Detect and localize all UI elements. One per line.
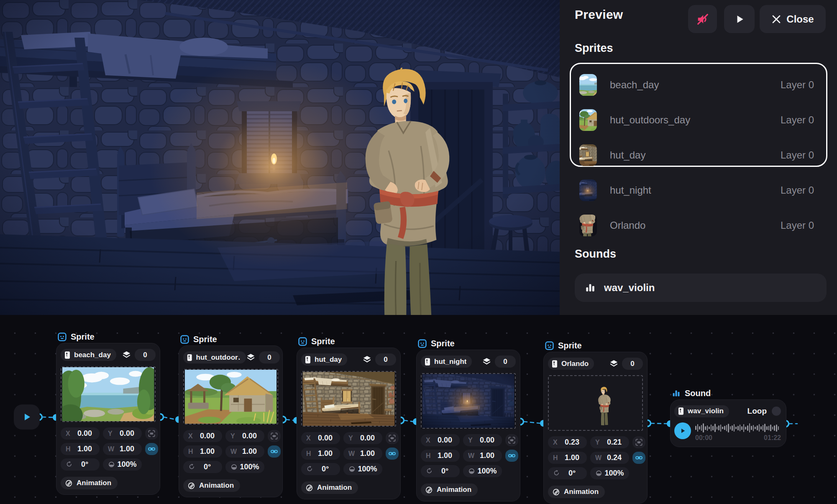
node-card[interactable]: beach_day 0 X0.00 Y0.00 [56, 343, 160, 495]
sound-list-item-wav-violin[interactable]: wav_violin [575, 274, 827, 302]
opacity-field[interactable]: 100% [463, 465, 502, 477]
sprite-list-item-hut-night[interactable]: hut_night Layer 0 [572, 176, 825, 205]
x-label: X [66, 430, 73, 437]
opacity-field[interactable]: 100% [103, 458, 142, 471]
sound-file-chip[interactable]: wav_violin [674, 405, 729, 417]
sprite-list-item-hut-day[interactable]: hut_day Layer 0 [572, 141, 825, 170]
animation-button[interactable]: Animation [183, 479, 240, 492]
x-field[interactable]: X0.00 [61, 427, 100, 440]
y-value: 0.21 [603, 438, 626, 447]
fit-frame-button[interactable] [145, 427, 158, 440]
h-field[interactable]: H1.00 [548, 452, 587, 464]
fit-frame-button[interactable] [632, 436, 645, 448]
fit-frame-button[interactable] [268, 430, 281, 442]
preview-play-button[interactable] [724, 5, 755, 33]
fit-frame-button[interactable] [505, 434, 518, 446]
sprite-node-hut-outdoors[interactable]: Sprite hut_outdoor… 0 X0.00 Y0.00 [179, 334, 283, 497]
sprite-file-chip[interactable]: hut_day [301, 353, 347, 366]
loop-toggle[interactable] [772, 407, 781, 416]
opacity-field[interactable]: 100% [343, 463, 382, 475]
y-field[interactable]: Y0.00 [463, 434, 502, 446]
animation-button[interactable]: Animation [61, 477, 118, 489]
animation-button[interactable]: Animation [548, 486, 605, 498]
x-field[interactable]: X0.00 [421, 434, 460, 446]
sprite-name: hut_outdoors_day [610, 114, 690, 126]
x-field[interactable]: X0.00 [301, 432, 340, 444]
link-hw-button[interactable] [268, 445, 281, 458]
y-label: Y [595, 439, 603, 446]
node-header: Sound [672, 388, 786, 399]
layer-badge[interactable]: 0 [375, 353, 396, 366]
link-hw-button[interactable] [505, 450, 518, 462]
layer-badge[interactable]: 0 [259, 351, 280, 363]
link-hw-button[interactable] [632, 452, 645, 464]
y-field[interactable]: Y0.00 [225, 430, 264, 442]
node-card[interactable]: hut_day 0 X0.00 Y0.00 H1.00 W1.00 [297, 348, 401, 499]
sprite-node-hut-day[interactable]: Sprite hut_day 0 X0.00 Y0.00 [297, 336, 401, 499]
w-field[interactable]: W0.24 [590, 452, 629, 464]
time-elapsed: 00:00 [695, 434, 712, 442]
h-value: 1.00 [561, 453, 584, 462]
rotation-field[interactable]: 0° [61, 458, 100, 471]
node-card[interactable]: hut_outdoor… 0 X0.00 Y0.00 H1.00 W1.00 [179, 345, 283, 497]
h-field[interactable]: H1.00 [301, 448, 340, 460]
layer-badge[interactable]: 0 [622, 358, 643, 370]
animation-icon [65, 479, 73, 487]
node-card[interactable]: hut_night 0 X0.00 Y0.00 H1.00 W1.00 [416, 350, 520, 501]
y-field[interactable]: Y0.21 [590, 436, 629, 448]
opacity-field[interactable]: 100% [225, 461, 264, 473]
node-type-label: Sprite [193, 335, 217, 344]
y-field[interactable]: Y0.00 [343, 432, 382, 444]
sprite-list-item-orlando[interactable]: Orlando Layer 0 [572, 211, 825, 240]
graph-play-node[interactable] [14, 404, 40, 430]
sprite-node-orlando[interactable]: Sprite Orlando 0 X0.23 Y0.21 [543, 340, 648, 504]
node-card[interactable]: wav_violin Loop 00:00 01:22 [670, 399, 786, 447]
close-button[interactable]: Close [760, 5, 826, 33]
link-hw-button[interactable] [145, 443, 158, 455]
sprite-list-item-beach-day[interactable]: beach_day Layer 0 [572, 70, 825, 100]
w-field[interactable]: W1.00 [343, 448, 382, 460]
rotation-field[interactable]: 0° [548, 467, 587, 479]
sprite-list-item-hut-outdoors-day[interactable]: hut_outdoors_day Layer 0 [572, 105, 825, 135]
link-icon [388, 450, 396, 458]
x-field[interactable]: X0.23 [548, 436, 587, 448]
animation-button[interactable]: Animation [301, 481, 358, 494]
w-field[interactable]: W1.00 [463, 450, 502, 462]
sound-node-wav-violin[interactable]: Sound wav_violin Loop [670, 388, 786, 447]
sprite-preview-image [548, 375, 643, 431]
animation-button[interactable]: Animation [421, 484, 478, 496]
layer-badge[interactable]: 0 [495, 356, 516, 368]
frame-icon [270, 432, 278, 440]
layers-icon [482, 357, 491, 366]
link-hw-button[interactable] [386, 448, 399, 460]
opacity-value: 100% [115, 460, 138, 469]
h-field[interactable]: H1.00 [183, 445, 222, 458]
rotation-field[interactable]: 0° [183, 461, 222, 473]
node-card[interactable]: Orlando 0 X0.23 Y0.21 H1.00 W0.24 [543, 352, 648, 504]
node-editor-canvas[interactable]: Sprite beach_day 0 [0, 315, 837, 504]
sprite-file-chip[interactable]: hut_night [421, 356, 472, 368]
opacity-value: 100% [356, 465, 379, 473]
h-field[interactable]: H1.00 [61, 443, 100, 455]
h-label: H [306, 450, 314, 458]
sprite-file-chip[interactable]: beach_day [61, 349, 116, 361]
sprite-file-chip[interactable]: hut_outdoor… [183, 351, 246, 363]
rotation-field[interactable]: 0° [421, 465, 460, 477]
waveform[interactable] [695, 422, 781, 433]
layer-badge[interactable]: 0 [135, 349, 156, 361]
h-field[interactable]: H1.00 [421, 450, 460, 462]
w-label: W [108, 445, 115, 453]
sound-play-button[interactable] [674, 422, 691, 439]
y-field[interactable]: Y0.00 [103, 427, 142, 440]
fit-frame-button[interactable] [386, 432, 399, 444]
x-field[interactable]: X0.00 [183, 430, 222, 442]
opacity-value: 100% [238, 463, 261, 471]
mute-button[interactable] [688, 5, 717, 33]
opacity-field[interactable]: 100% [590, 467, 629, 479]
sprite-node-beach-day[interactable]: Sprite beach_day 0 [56, 332, 160, 495]
sprite-file-chip[interactable]: Orlando [548, 358, 594, 370]
sprite-node-hut-night[interactable]: Sprite hut_night 0 X0.00 Y0.00 [416, 338, 520, 501]
rotation-field[interactable]: 0° [301, 463, 340, 475]
w-field[interactable]: W1.00 [103, 443, 142, 455]
w-field[interactable]: W1.00 [225, 445, 264, 458]
